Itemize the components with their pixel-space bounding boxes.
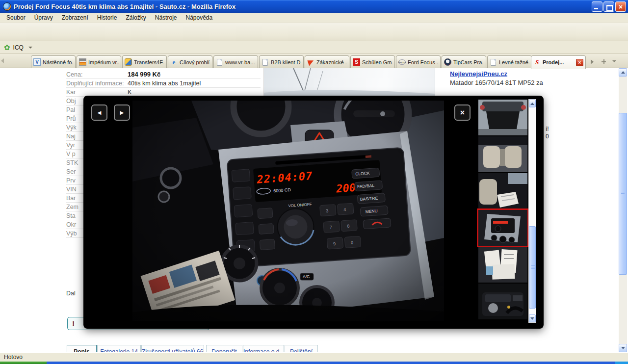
menu-upravy[interactable]: Úpravy (30, 13, 57, 22)
bottom-tab-fotogalerie[interactable]: Fotogalerie 14 (97, 345, 141, 352)
thumbnail-open-trunk[interactable] (478, 100, 527, 135)
tab-nastenne[interactable]: V Nástěnné fo... (31, 55, 76, 68)
start-button-partial[interactable] (0, 362, 47, 364)
scroll-down-icon[interactable] (619, 344, 627, 352)
red-s-icon: S (353, 58, 360, 66)
menu-zalozky[interactable]: Záložky (121, 13, 150, 22)
system-tray-partial (615, 362, 628, 364)
thumbnail-scrollbar[interactable] (528, 99, 536, 323)
photo-lightbox: ◄ ► × (83, 96, 544, 329)
page-icon (217, 59, 222, 66)
tab-scroll-left-icon[interactable] (1, 58, 4, 63)
tab-strip: V Nástěnné fo... Impérium vr... Transfer… (0, 54, 628, 68)
red-plane-icon (307, 58, 314, 66)
close-tab-icon[interactable]: × (576, 59, 583, 66)
tab-schulen[interactable]: S Schülen Gm... (350, 55, 395, 68)
page-content: Cena:184 999 Kč Doplňující informace:40t… (0, 68, 628, 352)
tab-transfers4f[interactable]: Transfers4F... (122, 55, 167, 68)
new-tab-icon[interactable] (602, 59, 606, 64)
windows-taskbar (0, 362, 628, 364)
thumb-scroll-up-icon[interactable] (529, 100, 536, 107)
icq-dropdown-icon[interactable] (28, 47, 32, 49)
close-button[interactable]: × (615, 1, 626, 12)
stack-icon (79, 58, 86, 66)
scroll-up-icon[interactable] (619, 68, 627, 77)
minimize-button[interactable] (592, 1, 602, 12)
main-photo-dashboard-radio: 22:04:07 6000 CD 2000 VOL ON/OFF (132, 101, 444, 321)
close-lightbox-button[interactable]: × (454, 104, 471, 121)
thumbnail-service-documents[interactable] (478, 247, 527, 283)
tab-scroll-right-icon[interactable] (591, 59, 594, 64)
bottom-tab-doporucit[interactable]: Doporučit (206, 345, 242, 352)
bottom-tab-zkusenosti[interactable]: Zkušenosti uživatelů 660 (141, 345, 204, 352)
tab-prodej-active[interactable]: S Prodej... × (531, 55, 586, 69)
ad-text: Matador 165/70/14 81T MP52 za (450, 79, 543, 86)
status-bar: Hotovo (0, 352, 628, 362)
thumbnail-rear-seats[interactable] (478, 136, 527, 172)
tab-cilovy-prohlizec[interactable]: e Cílový prohlí... (168, 55, 212, 68)
menu-zobrazeni[interactable]: Zobrazení (57, 13, 93, 22)
tab-vr-ba[interactable]: www.vr-ba... (213, 55, 258, 68)
icq-flower-icon: ✿ (4, 43, 10, 52)
spec-row-cena: Cena:184 999 Kč (66, 70, 261, 79)
tab-levne-tazne[interactable]: Levné tažné... (487, 55, 532, 68)
firefox-window: Prodej Ford Focus 40tis km klima abs 1ma… (0, 0, 628, 364)
menu-soubor[interactable]: Soubor (2, 13, 30, 22)
close-icon: × (616, 2, 626, 11)
bottom-tab-informace[interactable]: Informace o d... (243, 345, 284, 352)
page-icon (262, 59, 268, 66)
thumbnail-engine-bay[interactable] (478, 284, 527, 319)
page-scrollbar[interactable] (619, 68, 627, 352)
firefox-icon (3, 2, 11, 11)
menu-nastroje[interactable]: Nástroje (151, 13, 182, 22)
thumb-scrollbar-thumb[interactable] (529, 226, 536, 309)
spec-row-info: Doplňující informace:40tis km klima abs … (66, 79, 261, 88)
menu-historie[interactable]: Historie (93, 13, 122, 22)
menu-bar: Soubor Úpravy Zobrazení Historie Záložky… (0, 13, 628, 23)
previous-photo-button[interactable]: ◄ (91, 104, 107, 121)
navigation-toolbar: ↻ × ⌂ S ☆ (0, 23, 628, 41)
focus-oval-icon: focus (398, 59, 406, 65)
bottom-tab-popis[interactable]: Popis (67, 345, 97, 352)
icq-button[interactable]: ICQ (13, 44, 24, 51)
status-text: Hotovo (4, 354, 23, 361)
scrollbar-thumb[interactable] (619, 113, 627, 275)
sauto-s-icon: S (533, 59, 541, 66)
restore-button[interactable] (603, 1, 614, 12)
window-title: Prodej Ford Focus 40tis km klima abs 1ma… (14, 3, 236, 10)
menu-napoveda[interactable]: Nápověda (181, 13, 217, 22)
thumbnail-front-interior-documents[interactable] (478, 173, 527, 209)
v-logo-icon: V (33, 58, 41, 66)
internet-explorer-icon: e (170, 58, 178, 66)
tipcars-circle-icon (444, 58, 451, 66)
covered-text-fragment: 0 (546, 133, 549, 140)
thumb-scroll-down-icon[interactable] (529, 314, 536, 322)
thumbnail-dashboard-radio-selected[interactable] (478, 210, 527, 246)
more-text-fragment: Dal (66, 290, 76, 297)
list-all-tabs-icon[interactable] (612, 60, 616, 62)
gallery-main-photo-partial (263, 68, 435, 96)
page-icon (491, 59, 496, 66)
nejlevnejsipneu-link[interactable]: NejlevnejsiPneu.cz (450, 70, 507, 78)
next-photo-button[interactable]: ► (114, 104, 130, 121)
tab-zakaznicke[interactable]: Zákaznické ... (305, 55, 349, 68)
tab-imperium[interactable]: Impérium vr... (77, 55, 121, 68)
covered-text-fragment: í! (546, 126, 549, 132)
colored-square-icon (125, 58, 132, 66)
tab-tipcars[interactable]: TipCars Pra... (442, 55, 486, 68)
tab-b2b-klient[interactable]: B2B klient D... (259, 55, 304, 68)
tab-ford-focus[interactable]: focus Ford Focus ... (396, 55, 441, 68)
title-bar: Prodej Ford Focus 40tis km klima abs 1ma… (0, 0, 628, 13)
icq-toolbar: ✿ ICQ (0, 41, 628, 54)
bottom-tab-pojisteni[interactable]: Pojištění (285, 345, 318, 352)
